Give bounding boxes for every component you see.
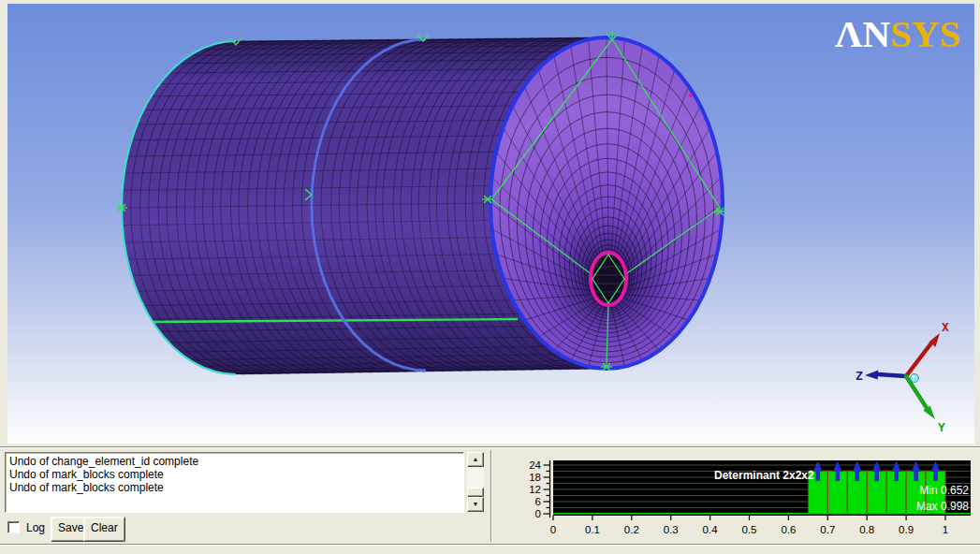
x-axis-tick-label: 0.8 xyxy=(859,524,874,535)
center-hole xyxy=(591,253,626,305)
panel-divider xyxy=(490,450,492,542)
message-log[interactable]: Undo of change_element_id complete Undo … xyxy=(5,452,464,513)
triad-x-label: X xyxy=(942,320,949,334)
model-viewport[interactable]: XZY ΛNSYS xyxy=(7,4,974,444)
x-axis-tick-label: 0.7 xyxy=(820,524,835,535)
x-axis: 00.10.20.30.40.50.60.70.80.91 xyxy=(550,516,948,535)
x-axis-tick-label: 0.9 xyxy=(899,524,914,535)
triad-origin-ball xyxy=(911,374,919,383)
y-axis-tick-label: 24 xyxy=(529,459,541,471)
y-axis-tick-label: 0 xyxy=(535,508,541,519)
x-axis-tick-label: 0.3 xyxy=(664,524,679,535)
x-axis-tick-label: 0.4 xyxy=(703,524,719,535)
scroll-down-button[interactable]: ▼ xyxy=(467,497,484,512)
meshed-cylinder-scene[interactable]: XZY xyxy=(7,4,974,444)
log-scrollbar-thumb[interactable] xyxy=(467,488,484,497)
log-scrollbar[interactable]: ▲ ▼ xyxy=(467,452,484,512)
quality-histogram: 0612182400.10.20.30.40.50.60.70.80.91Det… xyxy=(496,452,980,551)
panel-top-groove xyxy=(0,446,980,448)
log-line: Undo of change_element_id complete xyxy=(9,455,460,468)
log-checkbox[interactable] xyxy=(7,521,20,533)
histogram-min-label: Min 0.652 xyxy=(919,484,969,497)
x-axis-tick-label: 0.1 xyxy=(585,524,600,535)
clear-button[interactable]: Clear xyxy=(83,517,125,542)
y-axis-tick-label: 6 xyxy=(535,496,541,507)
x-axis-tick-label: 1 xyxy=(943,524,948,535)
vertex-dot-magenta xyxy=(689,94,693,97)
y-axis: 06121824 xyxy=(529,459,549,519)
ansys-logo-sys: SYS xyxy=(890,12,960,55)
histogram-title: Determinant 2x2x2 xyxy=(714,469,814,482)
panel-bottom-groove xyxy=(0,544,980,546)
x-axis-tick-label: 0.6 xyxy=(781,524,796,535)
histogram-max-label: Max 0.998 xyxy=(916,500,969,513)
ansys-app-window: XZY ΛNSYS Undo of change_element_id comp… xyxy=(0,0,980,554)
triad-z-label: Z xyxy=(856,369,863,383)
log-checkbox-label: Log xyxy=(26,521,45,534)
scroll-up-button[interactable]: ▲ xyxy=(467,452,484,467)
scroll-down-icon: ▼ xyxy=(473,501,479,507)
log-line: Undo of mark_blocks complete xyxy=(9,468,460,481)
x-axis-tick-label: 0.2 xyxy=(624,524,639,535)
y-axis-tick-label: 18 xyxy=(529,472,541,483)
cylinder-front-face xyxy=(490,37,723,369)
y-axis-tick-label: 12 xyxy=(529,484,541,495)
x-axis-tick-label: 0.5 xyxy=(742,524,757,535)
ansys-logo: ΛNSYS xyxy=(835,15,960,53)
ansys-logo-an: ΛN xyxy=(835,12,890,55)
x-axis-tick-label: 0 xyxy=(550,524,556,535)
triad-y-label: Y xyxy=(938,420,945,434)
log-line: Undo of mark_blocks complete xyxy=(9,481,460,494)
scroll-up-icon: ▲ xyxy=(473,456,479,462)
